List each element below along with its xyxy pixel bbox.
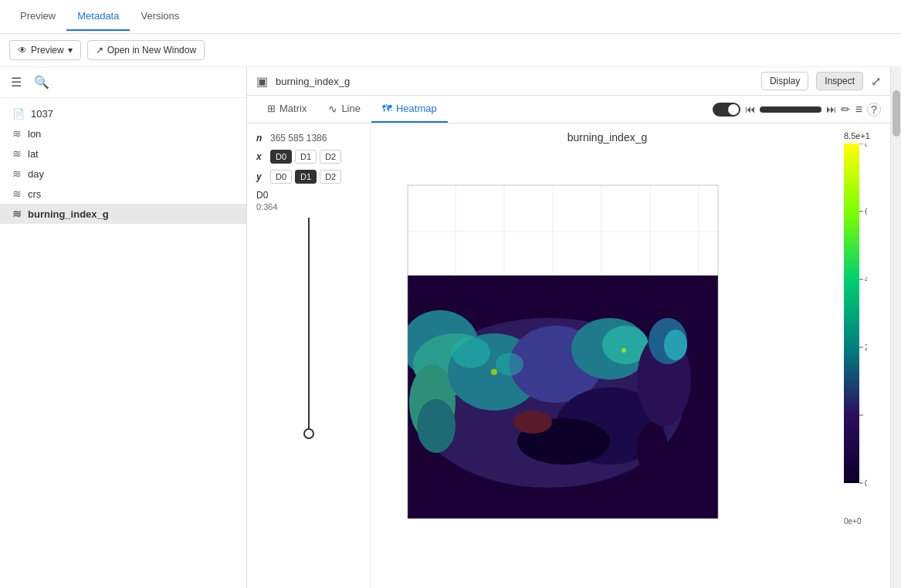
n-values: 365 585 1386	[270, 133, 361, 144]
mask-bottom	[378, 519, 795, 557]
teal-patch-1	[452, 337, 490, 368]
layer-icon-burning: ≋	[12, 208, 22, 220]
layer-icon-crs: ≋	[12, 188, 22, 200]
toggle-thumb	[728, 104, 739, 115]
menu-icon[interactable]: ≡	[855, 103, 862, 117]
frame-slider[interactable]	[760, 106, 821, 113]
sidebar-item-crs[interactable]: ≋ crs	[0, 184, 246, 204]
toggle-switch[interactable]	[713, 103, 740, 117]
top-tab-bar: Preview Metadata Versions	[0, 0, 901, 34]
list-icon-button[interactable]: ☰	[8, 73, 25, 91]
file-icon: 📄	[12, 108, 25, 120]
legend-tick-20: 20	[865, 343, 867, 352]
sub-tab-bar: ⊞ Matrix ∿ Line 🗺 Heatmap ⏮ ⏭ ✏ ≡ ?	[247, 96, 890, 123]
layer-icon-lat: ≋	[12, 147, 22, 160]
chevron-down-icon: ▾	[68, 45, 73, 56]
sidebar-item-burning-index[interactable]: ≋ burning_index_g	[0, 204, 246, 224]
tab-versions[interactable]: Versions	[130, 2, 190, 31]
eye-icon: 👁	[18, 45, 27, 56]
hotspot-1	[491, 369, 497, 375]
tab-matrix[interactable]: ⊞ Matrix	[256, 96, 317, 123]
chart-title: burning_index_g	[378, 131, 836, 144]
display-button[interactable]: Display	[761, 72, 808, 90]
help-icon[interactable]: ?	[867, 103, 881, 117]
sidebar-item-lat[interactable]: ≋ lat	[0, 144, 246, 164]
mask-right	[718, 148, 795, 557]
layer-icon-day: ≋	[12, 167, 22, 180]
layer-icon-lon: ≋	[12, 127, 22, 140]
sidebar-item-lon[interactable]: ≋ lon	[0, 123, 246, 144]
legend-tick-80: 80	[865, 144, 867, 148]
florida	[637, 422, 668, 476]
d0-label: D0	[256, 190, 361, 201]
y-row: y D0 D1 D2	[256, 170, 361, 184]
open-new-window-button[interactable]: ↗ Open in New Window	[87, 40, 205, 60]
x-d2-button[interactable]: D2	[320, 150, 341, 164]
sidebar-items: 📄 1037 ≋ lon ≋ lat ≋ day ≋ crs ≋ burning…	[0, 98, 246, 588]
y-d0-button[interactable]: D0	[270, 170, 292, 184]
legend-max: 8.5e+1	[844, 131, 870, 140]
heatmap-svg: -400 -200 0 200 400 600 800 1e+3 0 200 4…	[378, 148, 795, 557]
data-selector: n 365 585 1386 x D0 D1 D2 y D0 D1 D2 D0 …	[247, 123, 371, 588]
tab-line[interactable]: ∿ Line	[317, 96, 371, 123]
legend-panel: 8.5e+1	[844, 123, 890, 588]
line-icon: ∿	[328, 103, 337, 115]
edit-icon[interactable]: ✏	[841, 103, 851, 117]
teal-patch-2	[496, 353, 523, 376]
x-label: x	[256, 151, 267, 162]
expand-icon[interactable]: ⤢	[871, 74, 881, 89]
inspect-button[interactable]: Inspect	[816, 72, 863, 90]
legend-colorbar-svg: 80 60 40 20 0	[844, 144, 867, 514]
so-california	[417, 399, 456, 453]
y-d1-button[interactable]: D1	[295, 170, 317, 184]
tab-preview[interactable]: Preview	[9, 2, 66, 31]
n-label: n	[256, 133, 267, 144]
x-d0-button[interactable]: D0	[270, 150, 292, 164]
sub-tab-controls: ⏮ ⏭ ✏ ≡ ?	[713, 103, 881, 117]
legend-tick-40: 40	[865, 275, 867, 284]
tab-heatmap[interactable]: 🗺 Heatmap	[371, 96, 448, 123]
x-row: x D0 D1 D2	[256, 150, 361, 164]
search-icon-button[interactable]: 🔍	[31, 73, 53, 91]
mask-top	[378, 148, 795, 185]
new-england	[664, 329, 687, 360]
legend-tick-60: 60	[865, 208, 867, 216]
colorbar-rect	[844, 144, 859, 483]
right-scrollbar[interactable]	[890, 67, 901, 588]
tab-metadata[interactable]: Metadata	[66, 2, 130, 31]
preview-button[interactable]: 👁 Preview ▾	[9, 40, 81, 60]
slider-track[interactable]	[308, 218, 310, 434]
sidebar-item-count: 📄 1037	[0, 104, 246, 123]
mask-left	[378, 148, 408, 557]
sidebar: ☰ 🔍 📄 1037 ≋ lon ≋ lat ≋ day ≋ crs	[0, 67, 247, 588]
d0-slider-container	[256, 218, 361, 449]
external-link-icon: ↗	[96, 45, 103, 56]
main-layout: ☰ 🔍 📄 1037 ≋ lon ≋ lat ≋ day ≋ crs	[0, 67, 901, 588]
prev-frame-icon[interactable]: ⏮	[745, 103, 755, 115]
x-d1-button[interactable]: D1	[295, 150, 317, 164]
sidebar-toolbar: ☰ 🔍	[0, 67, 246, 98]
hotspot-2	[622, 348, 626, 353]
data-panel: n 365 585 1386 x D0 D1 D2 y D0 D1 D2 D0 …	[247, 123, 890, 588]
toolbar: 👁 Preview ▾ ↗ Open in New Window	[0, 34, 901, 67]
content-title: burning_index_g	[276, 76, 754, 87]
sidebar-item-day[interactable]: ≋ day	[0, 164, 246, 184]
n-row: n 365 585 1386	[256, 133, 361, 144]
content-header: ▣ burning_index_g Display Inspect ⤢	[247, 67, 890, 96]
content-area: ▣ burning_index_g Display Inspect ⤢ ⊞ Ma…	[247, 67, 890, 588]
slider-thumb[interactable]	[303, 428, 314, 439]
d0-range: 0:364	[256, 202, 361, 211]
heatmap-icon: 🗺	[382, 103, 392, 114]
panel-toggle-button[interactable]: ▣	[256, 74, 268, 89]
y-label: y	[256, 171, 267, 182]
legend-min: 0e+0	[844, 517, 862, 525]
y-d2-button[interactable]: D2	[320, 170, 341, 184]
matrix-icon: ⊞	[267, 103, 276, 114]
chart-area: burning_index_g -400 -200 0 200 400 600 …	[371, 123, 844, 588]
next-frame-icon[interactable]: ⏭	[826, 103, 836, 115]
scrollbar-thumb[interactable]	[893, 90, 900, 137]
brown-patch	[513, 411, 552, 434]
legend-tick-0: 0	[865, 479, 867, 488]
